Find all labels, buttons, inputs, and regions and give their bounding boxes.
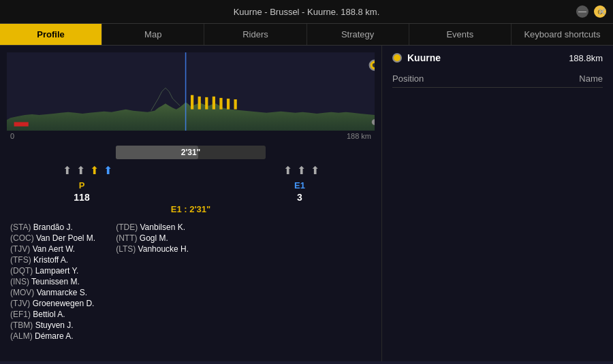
position-header: Position — [392, 73, 424, 84]
svg-rect-1 — [191, 95, 193, 110]
location-name: Kuurne — [407, 52, 441, 63]
elevation-chart — [7, 52, 375, 131]
location-header: Kuurne 188.8km — [392, 52, 603, 63]
tab-events[interactable]: Events — [409, 24, 512, 45]
tab-map[interactable]: Map — [102, 24, 204, 45]
svg-rect-6 — [227, 99, 230, 110]
rider-icon-3: ⬆ — [89, 163, 99, 178]
main-content: 0 188 km 2'31" ⬆ ⬆ ⬆ ⬆ ⬆ ⬆ — [0, 46, 613, 361]
distance-label: 188.8km — [569, 53, 603, 63]
left-riders-list: (STA) Brandão J.(COC) Van Der Poel M.(TJ… — [10, 222, 95, 341]
list-item: (MOV) Vanmarcke S. — [10, 288, 95, 297]
e1-time-label: E1 : 2'31" — [171, 204, 210, 214]
location-dot — [392, 53, 402, 63]
time-gap-bar: 2'31" — [116, 146, 266, 159]
right-group-number: 3 — [286, 192, 313, 203]
tab-profile[interactable]: Profile — [0, 24, 102, 45]
rider-lists: (STA) Brandão J.(COC) Van Der Poel M.(TJ… — [7, 222, 375, 341]
close-button[interactable]: ✕ — [593, 3, 610, 20]
minimize-icon[interactable]: — — [576, 5, 588, 18]
svg-rect-4 — [213, 97, 215, 110]
rider-icon-4: ⬆ — [102, 163, 113, 178]
riders-icon-row: ⬆ ⬆ ⬆ ⬆ ⬆ ⬆ ⬆ — [7, 163, 375, 178]
tab-strategy[interactable]: Strategy — [307, 24, 409, 45]
chart-svg — [7, 52, 375, 131]
svg-rect-2 — [198, 97, 201, 110]
list-item: (TBM) Stuyven J. — [10, 320, 95, 330]
name-header: Name — [579, 73, 603, 84]
left-panel: 0 188 km 2'31" ⬆ ⬆ ⬆ ⬆ ⬆ ⬆ — [0, 46, 381, 361]
right-riders-list: (TDE) Vanbilsen K.(NTT) Gogl M.(LTS) Van… — [116, 222, 189, 341]
tab-riders[interactable]: Riders — [204, 24, 306, 45]
list-item: (NTT) Gogl M. — [116, 233, 189, 243]
list-item: (STA) Brandão J. — [10, 222, 95, 232]
right-panel: Kuurne 188.8km Position Name — [381, 46, 613, 361]
svg-rect-5 — [219, 98, 222, 110]
svg-rect-9 — [14, 122, 29, 126]
race-info: 2'31" ⬆ ⬆ ⬆ ⬆ ⬆ ⬆ ⬆ P E1 — [7, 146, 375, 341]
list-item: (INS) Teunissen M. — [10, 277, 95, 286]
list-item: (TJV) Groenewegen D. — [10, 299, 95, 308]
position-name-header: Position Name — [392, 70, 603, 88]
tab-keyboard-shortcuts[interactable]: Keyboard shortcuts — [512, 24, 613, 45]
right-rider-group: ⬆ ⬆ ⬆ — [282, 163, 320, 178]
rider-icon-1: ⬆ — [61, 163, 72, 178]
chart-axis-labels: 0 188 km — [7, 131, 375, 140]
tab-bar: Profile Map Riders Strategy Events Keybo… — [0, 24, 613, 46]
title-bar: Kuurne - Brussel - Kuurne. 188.8 km. — ☺… — [0, 0, 613, 24]
chart-start-label: 0 — [10, 132, 14, 140]
rider-icon-6: ⬆ — [296, 163, 306, 178]
list-item: (TJV) Van Aert W. — [10, 244, 95, 254]
list-item: (LTS) Vanhoucke H. — [116, 244, 189, 254]
list-item: (EF1) Bettiol A. — [10, 310, 95, 319]
list-item: (COC) Van Der Poel M. — [10, 233, 95, 243]
svg-rect-7 — [234, 99, 237, 110]
rider-icon-5: ⬆ — [282, 163, 293, 178]
list-item: (TFS) Kristoff A. — [10, 255, 95, 265]
rider-icon-7: ⬆ — [309, 163, 320, 178]
group-labels-row: P E1 — [7, 180, 375, 191]
right-group-label: E1 — [286, 180, 313, 191]
chart-end-label: 188 km — [347, 132, 371, 140]
left-rider-group: ⬆ ⬆ ⬆ ⬆ — [61, 163, 113, 178]
location-name-row: Kuurne — [392, 52, 441, 63]
svg-rect-3 — [205, 97, 208, 110]
window-title: Kuurne - Brussel - Kuurne. 188.8 km. — [234, 7, 380, 17]
rider-icon-2: ⬆ — [75, 163, 86, 178]
time-gap-label: 2'31" — [181, 148, 201, 157]
list-item: (TDE) Vanbilsen K. — [116, 222, 189, 232]
left-group-label: P — [68, 180, 95, 191]
group-numbers-row: 118 3 — [7, 192, 375, 203]
list-item: (DQT) Lampaert Y. — [10, 266, 95, 276]
list-item: (ALM) Démare A. — [10, 331, 95, 341]
left-group-number: 118 — [68, 192, 95, 203]
